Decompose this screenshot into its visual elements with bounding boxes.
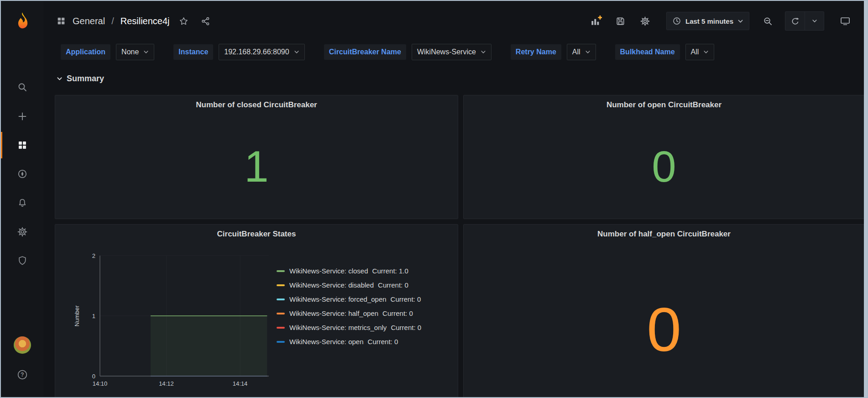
sidebar-item-server-admin[interactable]	[1, 247, 43, 274]
legend-item[interactable]: WikiNews-Service: forced_openCurrent: 0	[277, 292, 421, 306]
chevron-down-icon	[481, 49, 486, 55]
user-avatar[interactable]	[14, 336, 31, 354]
stat-value: 1	[244, 145, 268, 189]
sidebar-item-explore[interactable]	[1, 161, 43, 187]
dashboard-settings-button[interactable]	[636, 12, 654, 30]
legend-item[interactable]: WikiNews-Service: half_openCurrent: 0	[277, 306, 421, 320]
stat-value: 0	[647, 298, 681, 361]
stat-area: 0	[464, 115, 864, 219]
legend-series-name[interactable]: WikiNews-Service: disabled	[289, 281, 374, 289]
legend-current-value: Current: 0	[368, 338, 398, 346]
sidebar-item-dashboards[interactable]	[1, 132, 43, 158]
sidebar-item-alerting[interactable]	[1, 190, 43, 216]
svg-text:Number: Number	[73, 305, 80, 326]
panel-number-open: Number of open CircuitBreaker 0	[463, 95, 865, 219]
variable-retry-name: Retry Name All	[511, 44, 596, 60]
grafana-flame-icon	[13, 11, 32, 30]
variable-instance: Instance 192.168.29.66:8090	[173, 44, 304, 60]
gear-icon	[640, 16, 650, 26]
help-icon: ?	[16, 369, 28, 381]
chevron-down-icon	[703, 49, 709, 55]
top-navbar: General / Resilience4j	[43, 1, 863, 41]
shield-icon	[17, 255, 28, 266]
legend-current-value: Current: 1.0	[372, 267, 408, 275]
zoom-out-button[interactable]	[758, 12, 777, 30]
stat-area: 1	[55, 115, 458, 219]
legend-series-name[interactable]: WikiNews-Service: closed	[289, 267, 368, 275]
sidebar-item-help[interactable]: ?	[1, 361, 43, 388]
refresh-dashboard-button[interactable]	[785, 12, 805, 30]
variable-application: Application None	[61, 44, 154, 60]
time-range-picker[interactable]: Last 5 minutes	[666, 12, 749, 30]
chart-legend: WikiNews-Service: closedCurrent: 1.0Wiki…	[277, 264, 421, 349]
legend-series-name[interactable]: WikiNews-Service: forced_open	[289, 295, 387, 303]
panel-header[interactable]: CircuitBreaker States	[55, 225, 458, 244]
legend-swatch-icon	[277, 270, 285, 272]
sidebar-item-search[interactable]	[1, 74, 43, 100]
chevron-down-icon	[737, 18, 743, 24]
time-range-label: Last 5 minutes	[685, 17, 733, 25]
sidebar: ?	[1, 1, 43, 397]
breadcrumb: General / Resilience4j	[56, 12, 214, 30]
compass-icon	[17, 168, 28, 179]
legend-series-name[interactable]: WikiNews-Service: open	[289, 338, 364, 346]
variable-value-dropdown[interactable]: 192.168.29.66:8090	[219, 44, 304, 60]
save-dashboard-button[interactable]	[612, 12, 630, 30]
legend-swatch-icon	[277, 284, 285, 286]
star-dashboard-button[interactable]	[176, 12, 192, 30]
line-chart: 01214:1014:1214:14Number	[72, 251, 272, 396]
variable-value-dropdown[interactable]: WikiNews-Service	[412, 44, 492, 60]
variable-value-dropdown[interactable]: All	[567, 44, 596, 60]
legend-item[interactable]: WikiNews-Service: disabledCurrent: 0	[277, 278, 421, 292]
panel-title: Number of half_open CircuitBreaker	[597, 230, 731, 239]
variable-value-dropdown[interactable]: All	[685, 44, 715, 60]
variable-value-dropdown[interactable]: None	[116, 44, 154, 60]
legend-current-value: Current: 0	[391, 295, 421, 303]
legend-swatch-icon	[277, 313, 285, 314]
vertical-scrollbar[interactable]	[864, 1, 867, 397]
legend-item[interactable]: WikiNews-Service: closedCurrent: 1.0	[277, 264, 421, 278]
stat-area: 0	[464, 244, 864, 398]
cycle-view-mode-button[interactable]	[836, 12, 854, 30]
share-dashboard-button[interactable]	[198, 12, 214, 30]
row-header-summary[interactable]: Summary	[57, 74, 104, 84]
variable-value-text: None	[121, 48, 139, 56]
legend-current-value: Current: 0	[378, 281, 408, 289]
save-icon	[615, 16, 626, 26]
panel-title: Number of open CircuitBreaker	[607, 100, 722, 110]
panel-header[interactable]: Number of closed CircuitBreaker	[55, 95, 458, 115]
breadcrumb-folder[interactable]: General	[73, 16, 105, 26]
svg-text:?: ?	[21, 372, 24, 378]
grafana-logo[interactable]	[1, 11, 43, 30]
legend-series-name[interactable]: WikiNews-Service: half_open	[289, 309, 378, 317]
variable-bulkhead-name: Bulkhead Name All	[615, 44, 715, 60]
panel-number-closed: Number of closed CircuitBreaker 1	[55, 95, 458, 219]
stat-value: 0	[652, 145, 676, 189]
sidebar-item-create[interactable]	[1, 103, 43, 130]
refresh-icon	[790, 16, 800, 26]
states-chart: 01214:1014:1214:14Number	[72, 251, 272, 398]
variable-label: Instance	[173, 44, 213, 60]
breadcrumb-dashboard-name[interactable]: Resilience4j	[120, 16, 170, 26]
legend-item[interactable]: WikiNews-Service: metrics_onlyCurrent: 0	[277, 320, 421, 335]
variable-circuitbreaker-name: CircuitBreaker Name WikiNews-Service	[324, 44, 492, 60]
legend-series-name[interactable]: WikiNews-Service: metrics_only	[289, 324, 387, 331]
variable-label: CircuitBreaker Name	[324, 44, 406, 60]
legend-item[interactable]: WikiNews-Service: openCurrent: 0	[277, 335, 421, 349]
panel-title: Number of closed CircuitBreaker	[196, 100, 317, 110]
add-panel-button[interactable]	[587, 12, 605, 30]
svg-text:14:10: 14:10	[93, 380, 108, 387]
svg-text:2: 2	[92, 252, 95, 259]
refresh-interval-dropdown[interactable]	[805, 12, 824, 30]
dashboard-grid-icon	[56, 16, 66, 26]
variable-label: Bulkhead Name	[615, 44, 680, 60]
panel-header[interactable]: Number of open CircuitBreaker	[464, 95, 864, 115]
clock-icon	[672, 16, 681, 26]
variable-label: Retry Name	[511, 44, 561, 60]
sidebar-item-configuration[interactable]	[1, 219, 43, 245]
panel-header[interactable]: Number of half_open CircuitBreaker	[464, 225, 864, 244]
dashboard-toolbar: Last 5 minutes	[587, 11, 854, 31]
legend-swatch-icon	[277, 298, 285, 300]
variable-value-text: All	[691, 48, 699, 56]
chevron-down-icon	[812, 18, 817, 24]
